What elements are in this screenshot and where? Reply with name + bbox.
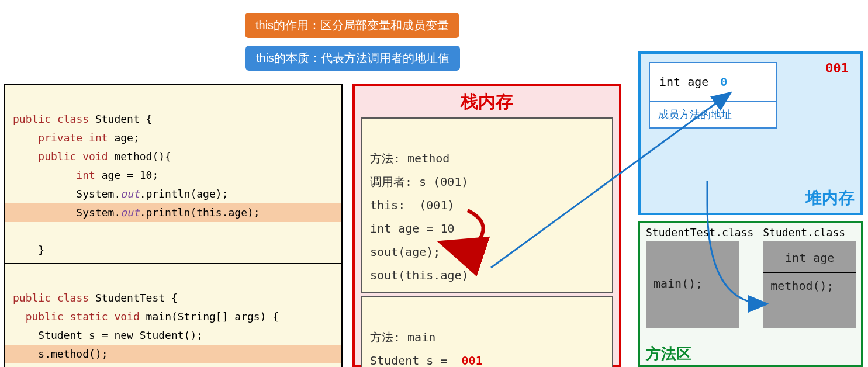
heap-field-age: int age0 (650, 63, 776, 102)
stack-title: 栈内存 (361, 90, 613, 114)
stack-memory: 栈内存 方法: method 调用者: s (001) this: (001) … (352, 84, 621, 367)
heap-method-addr: 成员方法的地址 (650, 102, 776, 127)
code-student: public class Student { private int age; … (4, 84, 343, 285)
heap-address: 001 (825, 61, 849, 75)
class-student: Student.class int age method(); (763, 226, 856, 328)
stack-frame-method: 方法: method 调用者: s (001) this: (001) int … (361, 117, 613, 293)
class-student-test: StudentTest.class main(); (646, 226, 753, 328)
stack-frame-main: 方法: main Student s = 001 s.method(); (361, 296, 613, 367)
method-area: StudentTest.class main(); Student.class … (638, 221, 863, 367)
banner-this-purpose: this的作用：区分局部变量和成员变量 (245, 13, 459, 38)
heap-object: int age0 成员方法的地址 (649, 62, 777, 129)
heap-label: 堆内存 (805, 187, 855, 209)
highlight-this-age: System.out.println(this.age); (5, 203, 341, 222)
heap-memory: 001 int age0 成员方法的地址 堆内存 (638, 51, 863, 215)
code-student-test: public class StudentTest { public static… (4, 263, 343, 367)
highlight-s-method: s.method(); (5, 345, 341, 363)
method-area-label: 方法区 (646, 344, 691, 364)
banner-this-essence: this的本质：代表方法调用者的地址值 (245, 46, 460, 71)
